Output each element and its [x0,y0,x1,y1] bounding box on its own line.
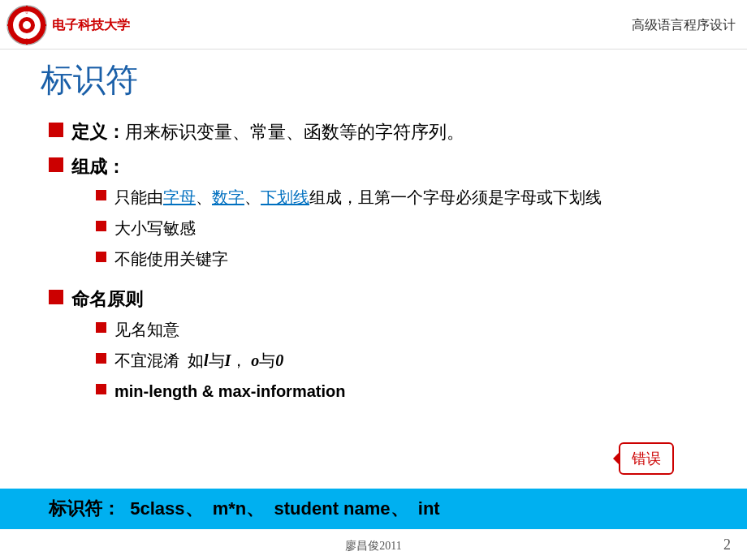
bullet-item-definition: 定义：用来标识变量、常量、函数等的字符序列。 [49,118,706,145]
sub-bullet-marker-icon [96,384,106,394]
bullet-item-composition: 组成： 只能由字母、数字、下划线组成，且第一个字母必须是字母或下划线 大小写敏感 [49,153,706,278]
sub-bullet-marker-icon [96,322,106,333]
main-bullet-list: 定义：用来标识变量、常量、函数等的字符序列。 组成： 只能由字母、数字、下划线组… [49,118,706,410]
slide-content: 标识符 定义：用来标识变量、常量、函数等的字符序列。 组成： 只能由字母、数字、… [0,50,747,426]
nomix-l: l [204,351,209,369]
course-title-label: 高级语言程序设计 [632,17,736,34]
sub-minlength-text: min-length & max-information [114,379,706,403]
chars-letter-highlight: 字母 [163,188,196,206]
nomix-0: 0 [275,351,283,369]
page-number: 2 [723,536,731,554]
definition-label: 定义： [71,122,125,142]
sub-item-minlength: min-length & max-information [96,379,706,403]
sub-chars-text: 只能由字母、数字、下划线组成，且第一个字母必须是字母或下划线 [114,185,706,209]
bullet-marker-icon [49,123,63,137]
bullet-naming-content: 命名原则 见名知意 不宜混淆 如l与I， o与0 min-len [71,286,706,410]
bullet-marker-icon [49,290,63,304]
logo-area: U C 电子科技大学 [6,5,130,45]
school-logo-icon: U C [6,5,47,45]
chars-underscore-highlight: 下划线 [261,188,309,206]
svg-text:U: U [26,11,28,15]
slide-title: 标识符 [41,58,706,102]
composition-sub-list: 只能由字母、数字、下划线组成，且第一个字母必须是字母或下划线 大小写敏感 不能使… [71,185,706,271]
sub-nokeyword-text: 不能使用关键字 [114,247,706,271]
bullet-marker-icon [49,157,63,172]
sub-item-meaningful: 见名知意 [96,317,706,342]
bullet-definition-text: 定义：用来标识变量、常量、函数等的字符序列。 [71,118,706,145]
sub-bullet-marker-icon [96,353,106,364]
sub-bullet-marker-icon [96,252,106,262]
error-callout: 错误 [619,442,674,475]
sub-nomix-text: 不宜混淆 如l与I， o与0 [114,348,706,373]
naming-sub-list: 见名知意 不宜混淆 如l与I， o与0 min-length & max-inf… [71,317,706,403]
bullet-composition-content: 组成： 只能由字母、数字、下划线组成，且第一个字母必须是字母或下划线 大小写敏感 [71,153,706,278]
sub-item-nomix: 不宜混淆 如l与I， o与0 [96,348,706,373]
footer: 廖昌俊2011 [0,539,747,554]
chars-digit-highlight: 数字 [212,188,244,206]
school-name-label: 电子科技大学 [52,17,130,34]
sub-meaningful-text: 见名知意 [114,317,706,342]
error-label: 错误 [632,450,661,467]
sub-item-casesensitive: 大小写敏感 [96,216,706,240]
sub-bullet-marker-icon [96,190,106,200]
sub-casesensitive-text: 大小写敏感 [114,216,706,240]
composition-label: 组成： [71,157,125,177]
sub-item-chars: 只能由字母、数字、下划线组成，且第一个字母必须是字母或下划线 [96,185,706,209]
banner-text: 标识符： 5class、 m*n、 student name、 int [49,498,440,519]
header: U C 电子科技大学 高级语言程序设计 [0,0,747,50]
nomix-o: o [251,351,259,369]
bottom-banner: 标识符： 5class、 m*n、 student name、 int [0,489,747,529]
svg-point-3 [23,21,31,29]
svg-text:C: C [26,37,28,41]
sub-item-nokeyword: 不能使用关键字 [96,247,706,271]
sub-bullet-marker-icon [96,221,106,231]
naming-label: 命名原则 [71,289,143,309]
footer-author: 廖昌俊2011 [345,539,401,554]
nomix-I: I [225,351,231,369]
bullet-item-naming: 命名原则 见名知意 不宜混淆 如l与I， o与0 min-len [49,286,706,410]
